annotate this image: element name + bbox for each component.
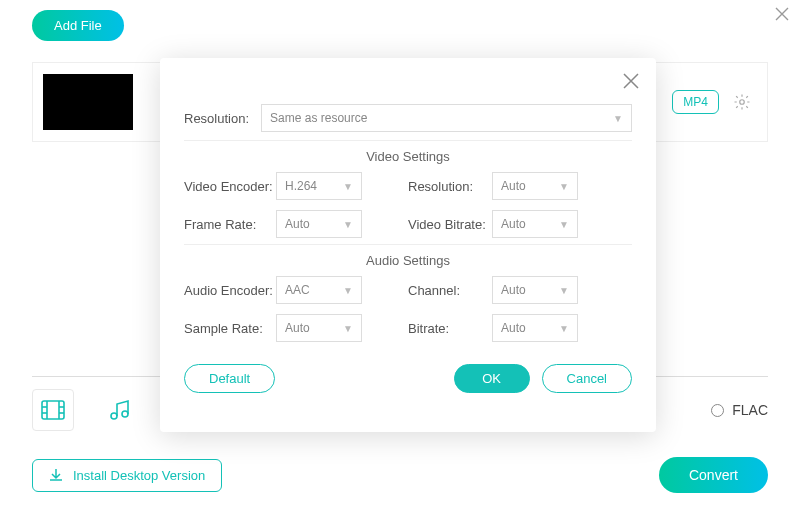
video-resolution-label: Resolution: xyxy=(408,179,492,194)
ok-button[interactable]: OK xyxy=(454,364,530,393)
video-resolution-select[interactable]: Auto▼ xyxy=(492,172,578,200)
video-bitrate-value: Auto xyxy=(501,217,526,231)
video-bitrate-label: Video Bitrate: xyxy=(408,217,492,232)
audio-settings-title: Audio Settings xyxy=(184,253,632,268)
audio-bitrate-label: Bitrate: xyxy=(408,321,492,336)
svg-point-9 xyxy=(122,411,128,417)
video-thumbnail xyxy=(43,74,133,130)
audio-tab-icon[interactable] xyxy=(98,389,140,431)
frame-rate-label: Frame Rate: xyxy=(184,217,276,232)
gear-icon[interactable] xyxy=(731,91,753,113)
audio-encoder-select[interactable]: AAC▼ xyxy=(276,276,362,304)
chevron-down-icon: ▼ xyxy=(343,285,353,296)
audio-bitrate-value: Auto xyxy=(501,321,526,335)
audio-encoder-label: Audio Encoder: xyxy=(184,283,276,298)
chevron-down-icon: ▼ xyxy=(343,219,353,230)
audio-encoder-value: AAC xyxy=(285,283,310,297)
video-encoder-value: H.264 xyxy=(285,179,317,193)
divider xyxy=(184,140,632,141)
sample-rate-value: Auto xyxy=(285,321,310,335)
install-desktop-button[interactable]: Install Desktop Version xyxy=(32,459,222,492)
chevron-down-icon: ▼ xyxy=(559,181,569,192)
audio-bitrate-select[interactable]: Auto▼ xyxy=(492,314,578,342)
frame-rate-select[interactable]: Auto▼ xyxy=(276,210,362,238)
sample-rate-select[interactable]: Auto▼ xyxy=(276,314,362,342)
flac-option[interactable]: FLAC xyxy=(711,402,768,418)
channel-label: Channel: xyxy=(408,283,492,298)
svg-point-8 xyxy=(111,413,117,419)
main-close-icon[interactable] xyxy=(774,2,790,28)
video-encoder-label: Video Encoder: xyxy=(184,179,276,194)
channel-select[interactable]: Auto▼ xyxy=(492,276,578,304)
chevron-down-icon: ▼ xyxy=(559,323,569,334)
svg-point-0 xyxy=(740,100,745,105)
flac-label: FLAC xyxy=(732,402,768,418)
chevron-down-icon: ▼ xyxy=(559,285,569,296)
video-settings-title: Video Settings xyxy=(184,149,632,164)
chevron-down-icon: ▼ xyxy=(343,181,353,192)
download-icon xyxy=(49,468,63,482)
footer: Install Desktop Version Convert xyxy=(32,457,768,493)
chevron-down-icon: ▼ xyxy=(613,113,623,124)
divider xyxy=(184,244,632,245)
radio-icon xyxy=(711,404,724,417)
settings-modal: Resolution: Same as resource ▼ Video Set… xyxy=(160,58,656,432)
channel-value: Auto xyxy=(501,283,526,297)
cancel-button[interactable]: Cancel xyxy=(542,364,632,393)
video-tab-icon[interactable] xyxy=(32,389,74,431)
video-resolution-value: Auto xyxy=(501,179,526,193)
video-bitrate-select[interactable]: Auto▼ xyxy=(492,210,578,238)
install-label: Install Desktop Version xyxy=(73,468,205,483)
default-button[interactable]: Default xyxy=(184,364,275,393)
resolution-label: Resolution: xyxy=(184,111,249,126)
chevron-down-icon: ▼ xyxy=(559,219,569,230)
convert-button[interactable]: Convert xyxy=(659,457,768,493)
resolution-select[interactable]: Same as resource ▼ xyxy=(261,104,632,132)
frame-rate-value: Auto xyxy=(285,217,310,231)
video-encoder-select[interactable]: H.264▼ xyxy=(276,172,362,200)
svg-rect-1 xyxy=(42,401,64,419)
add-file-button[interactable]: Add File xyxy=(32,10,124,41)
chevron-down-icon: ▼ xyxy=(343,323,353,334)
modal-close-icon[interactable] xyxy=(622,72,640,93)
sample-rate-label: Sample Rate: xyxy=(184,321,276,336)
resolution-value: Same as resource xyxy=(270,111,367,125)
format-badge[interactable]: MP4 xyxy=(672,90,719,114)
